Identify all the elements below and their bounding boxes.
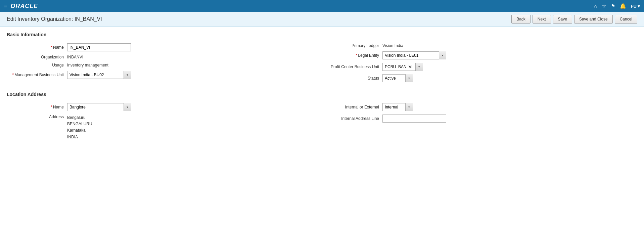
mgmt-bu-row: *Management Business Unit Vision India -… xyxy=(7,71,322,79)
mgmt-bu-select-wrapper: Vision India - BU02 ▾ xyxy=(67,71,131,79)
content-area: Basic Information *Name Organization INB… xyxy=(0,27,644,149)
location-name-select[interactable]: Banglore xyxy=(67,103,131,111)
primary-ledger-row: Primary Ledger Vision India xyxy=(322,43,637,48)
internal-external-select[interactable]: Internal xyxy=(382,103,413,111)
mgmt-bu-label: *Management Business Unit xyxy=(7,73,67,77)
internal-address-line-row: Internal Address Line xyxy=(322,115,637,123)
required-star-mgmt: * xyxy=(12,73,14,77)
flag-icon[interactable]: ⚑ xyxy=(611,3,615,9)
name-row: *Name xyxy=(7,43,322,51)
primary-ledger-label: Primary Ledger xyxy=(322,43,382,48)
legal-entity-row: *Legal Entity Vision India - LE01 ▾ xyxy=(322,51,637,59)
status-row: Status Active ▾ xyxy=(322,74,637,82)
topbar-right: ⌂ ☆ ⚑ 🔔 FU ▾ xyxy=(594,3,640,9)
page-title: Edit Inventory Organization: IN_BAN_VI xyxy=(7,16,102,22)
profit-center-row: Profit Center Business Unit PCBU_BAN_VI … xyxy=(322,63,637,71)
header-actions: Back Next Save Save and Close Cancel xyxy=(511,15,637,24)
status-label: Status xyxy=(322,76,382,81)
page-header: Edit Inventory Organization: IN_BAN_VI B… xyxy=(0,12,644,27)
left-column: *Name Organization INBANVI Usage Invento… xyxy=(7,43,322,86)
topbar: ≡ ORACLE ⌂ ☆ ⚑ 🔔 FU ▾ xyxy=(0,0,644,12)
internal-address-line-input[interactable] xyxy=(382,115,446,123)
basic-info-form: *Name Organization INBANVI Usage Invento… xyxy=(7,43,637,86)
profit-center-label: Profit Center Business Unit xyxy=(322,64,382,69)
location-name-label: *Name xyxy=(7,105,67,109)
location-address-section: Location Address *Name Banglore ▾ xyxy=(7,92,637,144)
legal-entity-select-wrapper: Vision India - LE01 ▾ xyxy=(382,51,446,59)
bell-icon[interactable]: 🔔 xyxy=(620,3,626,9)
topbar-left: ≡ ORACLE xyxy=(4,3,38,10)
basic-information-header: Basic Information xyxy=(7,32,637,39)
hamburger-icon[interactable]: ≡ xyxy=(4,3,7,9)
user-chevron-icon: ▾ xyxy=(638,4,640,9)
usage-row: Usage Inventory management xyxy=(7,63,322,68)
profit-center-select[interactable]: PCBU_BAN_VI xyxy=(382,63,423,71)
organization-value: INBANVI xyxy=(67,55,83,59)
address-row: Address Bengaluru BENGALURU Karnataka IN… xyxy=(7,115,322,140)
save-button[interactable]: Save xyxy=(553,15,572,24)
location-right-column: Internal or External Internal ▾ Internal… xyxy=(322,103,637,144)
location-form: *Name Banglore ▾ Address Bengaluru BENGA… xyxy=(7,103,637,144)
next-button[interactable]: Next xyxy=(533,15,551,24)
name-input[interactable] xyxy=(67,43,131,51)
primary-ledger-value: Vision India xyxy=(382,43,403,48)
required-star: * xyxy=(51,45,52,50)
star-icon[interactable]: ☆ xyxy=(602,3,606,9)
profit-center-select-wrapper: PCBU_BAN_VI ▾ xyxy=(382,63,423,71)
internal-external-label: Internal or External xyxy=(322,105,382,109)
internal-address-line-label: Internal Address Line xyxy=(322,116,382,121)
usage-label: Usage xyxy=(7,63,67,68)
required-star-loc: * xyxy=(51,105,52,109)
right-column: Primary Ledger Vision India *Legal Entit… xyxy=(322,43,637,86)
organization-row: Organization INBANVI xyxy=(7,55,322,59)
required-star-le: * xyxy=(356,53,358,58)
address-label: Address xyxy=(7,115,67,119)
mgmt-bu-select[interactable]: Vision India - BU02 xyxy=(67,71,131,79)
status-select[interactable]: Active xyxy=(382,74,413,82)
usage-value: Inventory management xyxy=(67,63,108,68)
location-address-header: Location Address xyxy=(7,92,637,98)
oracle-logo: ORACLE xyxy=(10,3,38,10)
organization-label: Organization xyxy=(7,55,67,59)
internal-external-select-wrapper: Internal ▾ xyxy=(382,103,413,111)
save-close-button[interactable]: Save and Close xyxy=(574,15,613,24)
name-label: *Name xyxy=(7,45,67,50)
location-left-column: *Name Banglore ▾ Address Bengaluru BENGA… xyxy=(7,103,322,144)
internal-external-row: Internal or External Internal ▾ xyxy=(322,103,637,111)
back-button[interactable]: Back xyxy=(511,15,531,24)
legal-entity-select[interactable]: Vision India - LE01 xyxy=(382,51,446,59)
address-value: Bengaluru BENGALURU Karnataka INDIA xyxy=(67,115,92,140)
legal-entity-label: *Legal Entity xyxy=(322,53,382,58)
status-select-wrapper: Active ▾ xyxy=(382,74,413,82)
cancel-button[interactable]: Cancel xyxy=(615,15,637,24)
home-icon[interactable]: ⌂ xyxy=(594,3,597,9)
user-avatar[interactable]: FU ▾ xyxy=(631,4,640,9)
location-name-select-wrapper: Banglore ▾ xyxy=(67,103,131,111)
location-name-row: *Name Banglore ▾ xyxy=(7,103,322,111)
